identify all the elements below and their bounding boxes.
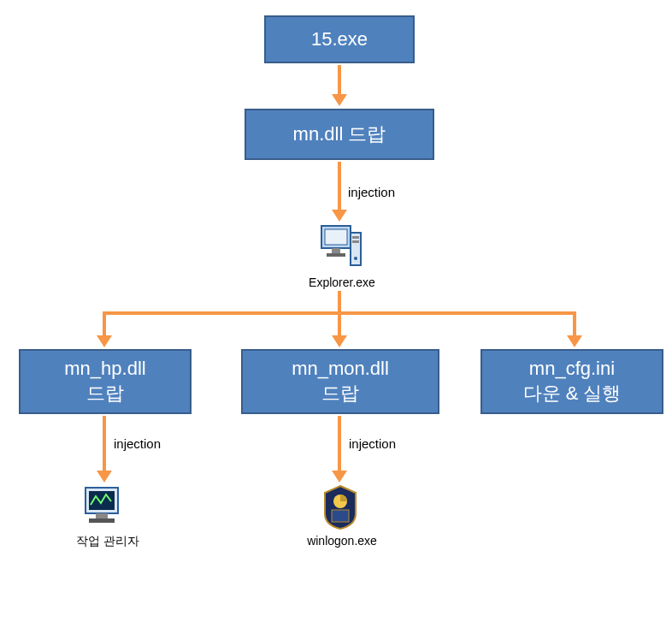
explorer-icon [316, 222, 363, 277]
svg-rect-11 [89, 518, 115, 523]
arrow [338, 65, 341, 96]
node-mn-mon-dll: mn_mon.dll 드랍 [241, 349, 439, 414]
taskmgr-label: 작업 관리자 [72, 534, 144, 549]
svg-rect-10 [96, 513, 108, 518]
explorer-label: Explorer.exe [308, 275, 376, 289]
arrowhead-down-icon [332, 210, 347, 222]
taskmgr-icon [82, 484, 127, 532]
arrowhead-down-icon [332, 471, 347, 483]
arrow [338, 162, 341, 211]
node-15-exe: 15.exe [264, 15, 415, 63]
svg-rect-3 [327, 253, 345, 257]
node-mn-dll: mn.dll 드랍 [245, 109, 434, 160]
arrow [103, 416, 106, 472]
node-label: mn_cfg.ini 다운 & 실행 [523, 357, 622, 406]
arrowhead-down-icon [97, 335, 112, 347]
edge-label-injection: injection [114, 436, 161, 451]
winlogon-icon [321, 484, 359, 534]
node-label: mn_mon.dll 드랍 [292, 357, 389, 406]
winlogon-label: winlogon.exe [301, 534, 383, 548]
node-label: mn.dll 드랍 [293, 122, 386, 147]
node-mn-cfg-ini: mn_cfg.ini 다운 & 실행 [480, 349, 663, 414]
svg-rect-5 [352, 236, 359, 239]
edge-label-injection: injection [348, 185, 395, 199]
connector [338, 291, 341, 313]
node-mn-hp-dll: mn_hp.dll 드랍 [19, 349, 192, 414]
connector [338, 311, 341, 337]
arrowhead-down-icon [332, 94, 347, 106]
arrowhead-down-icon [332, 335, 347, 347]
svg-point-7 [354, 257, 357, 260]
edge-label-injection: injection [349, 436, 396, 451]
arrowhead-down-icon [97, 471, 112, 483]
svg-rect-6 [352, 240, 359, 243]
arrowhead-down-icon [567, 335, 582, 347]
connector [573, 311, 576, 337]
node-label: 15.exe [311, 27, 368, 52]
svg-rect-13 [332, 510, 349, 522]
node-label: mn_hp.dll 드랍 [64, 357, 145, 406]
svg-rect-1 [325, 229, 347, 245]
arrow [338, 416, 341, 472]
svg-rect-2 [332, 248, 340, 253]
connector [103, 311, 106, 337]
